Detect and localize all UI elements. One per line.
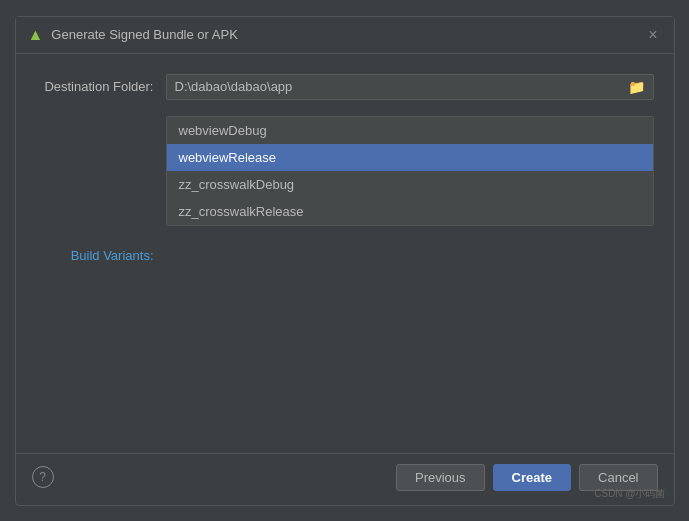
title-bar-left: ▲ Generate Signed Bundle or APK <box>28 26 238 44</box>
footer-left: ? <box>32 466 54 488</box>
dialog: ▲ Generate Signed Bundle or APK × Destin… <box>15 16 675 506</box>
watermark: CSDN @小码菌 <box>594 487 665 501</box>
dropdown-item-webviewrelease[interactable]: webviewRelease <box>167 144 653 171</box>
destination-row: Destination Folder: 📁 <box>36 74 654 100</box>
create-button[interactable]: Create <box>493 464 571 491</box>
dropdown-item-webviewdebug[interactable]: webviewDebug <box>167 117 653 144</box>
dialog-content: Destination Folder: 📁 webviewDebug webvi… <box>16 54 674 453</box>
dialog-footer: ? Previous Create Cancel <box>16 453 674 505</box>
destination-label: Destination Folder: <box>36 79 166 94</box>
close-button[interactable]: × <box>644 25 661 45</box>
build-variants-row: Build Variants: <box>36 246 654 263</box>
title-bar: ▲ Generate Signed Bundle or APK × <box>16 17 674 54</box>
dropdown-item-zz_crosswalkrelease[interactable]: zz_crosswalkRelease <box>167 198 653 225</box>
build-variant-dropdown: webviewDebug webviewRelease zz_crosswalk… <box>166 116 654 226</box>
previous-button[interactable]: Previous <box>396 464 485 491</box>
android-icon: ▲ <box>28 26 44 44</box>
dialog-title: Generate Signed Bundle or APK <box>51 27 237 42</box>
dropdown-item-zz_crosswalkdebug[interactable]: zz_crosswalkDebug <box>167 171 653 198</box>
help-button[interactable]: ? <box>32 466 54 488</box>
folder-browse-button[interactable]: 📁 <box>620 75 653 99</box>
path-input-container: 📁 <box>166 74 654 100</box>
destination-path-input[interactable] <box>167 75 620 98</box>
build-variants-label: Build Variants: <box>36 246 166 263</box>
